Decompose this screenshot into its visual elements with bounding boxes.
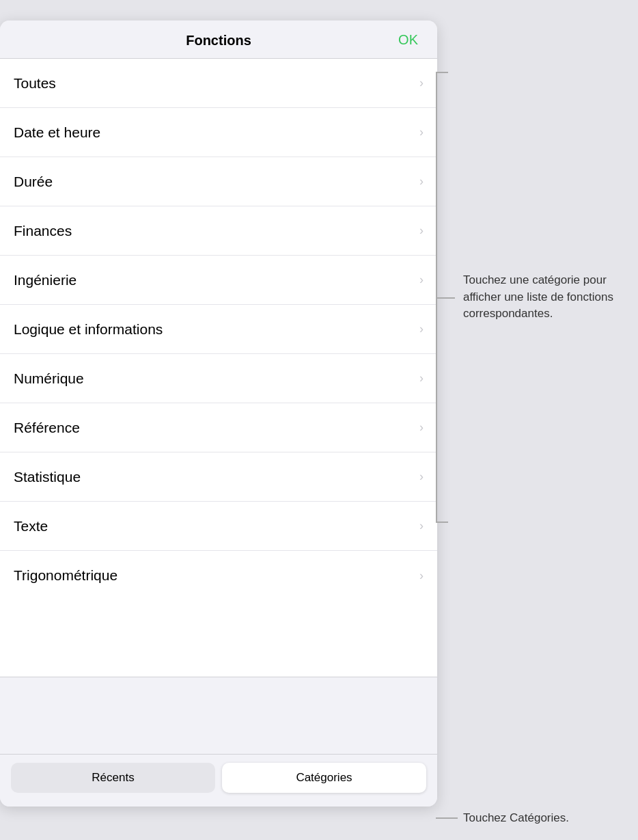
list-item-label: Numérique [14, 370, 84, 387]
list-item-label: Référence [14, 420, 80, 436]
list-item-label: Date et heure [14, 124, 100, 141]
category-list: Toutes›Date et heure›Durée›Finances›Ingé… [0, 58, 437, 677]
chevron-right-icon: › [419, 420, 424, 435]
annotation-bracket-area: Touchez une catégorie pour afficher une … [436, 72, 613, 523]
chevron-right-icon: › [419, 470, 424, 484]
list-item[interactable]: Logique et informations› [0, 305, 437, 354]
bracket-top-line [436, 72, 448, 73]
list-item[interactable]: Trigonométrique› [0, 551, 437, 600]
list-item-label: Statistique [14, 469, 81, 485]
annotation-bottom-text: Touchez Catégories. [463, 811, 569, 825]
chevron-right-icon: › [419, 371, 424, 385]
list-item-label: Ingénierie [14, 272, 77, 288]
spacer-area [0, 677, 437, 754]
list-item[interactable]: Référence› [0, 403, 437, 452]
tab-bar: Récents Catégories [0, 754, 437, 807]
modal-panel: Fonctions OK Toutes›Date et heure›Durée›… [0, 21, 437, 807]
chevron-right-icon: › [419, 519, 424, 533]
modal-header: Fonctions OK [0, 21, 437, 58]
list-item[interactable]: Statistique› [0, 452, 437, 502]
list-item-label: Durée [14, 174, 53, 190]
modal-title: Fonctions [186, 33, 251, 49]
chevron-right-icon: › [419, 322, 424, 336]
bracket-lines [436, 72, 455, 523]
list-item-label: Finances [14, 223, 72, 239]
list-item[interactable]: Toutes› [0, 59, 437, 108]
screen-container: Fonctions OK Toutes›Date et heure›Durée›… [0, 14, 638, 840]
list-item[interactable]: Finances› [0, 206, 437, 256]
chevron-right-icon: › [419, 76, 424, 90]
list-item-label: Toutes [14, 75, 56, 92]
list-item-label: Trigonométrique [14, 567, 117, 584]
list-item-label: Logique et informations [14, 321, 163, 338]
list-item[interactable]: Ingénierie› [0, 256, 437, 305]
list-item[interactable]: Numérique› [0, 354, 437, 403]
tab-categories[interactable]: Catégories [222, 763, 426, 793]
chevron-right-icon: › [419, 223, 424, 238]
bracket-bottom-line [436, 521, 448, 523]
chevron-right-icon: › [419, 569, 424, 583]
list-item[interactable]: Date et heure› [0, 108, 437, 157]
horiz-line [436, 817, 458, 819]
bracket-mid-line [436, 297, 455, 299]
list-item[interactable]: Durée› [0, 157, 437, 206]
list-item[interactable]: Texte› [0, 502, 437, 551]
chevron-right-icon: › [419, 174, 424, 189]
annotation-top-text: Touchez une catégorie pour afficher une … [463, 272, 613, 323]
annotation-bottom-line: Touchez Catégories. [436, 811, 569, 825]
chevron-right-icon: › [419, 273, 424, 287]
tab-recents[interactable]: Récents [11, 763, 215, 793]
chevron-right-icon: › [419, 125, 424, 139]
list-item-label: Texte [14, 518, 48, 534]
ok-button[interactable]: OK [393, 29, 424, 50]
